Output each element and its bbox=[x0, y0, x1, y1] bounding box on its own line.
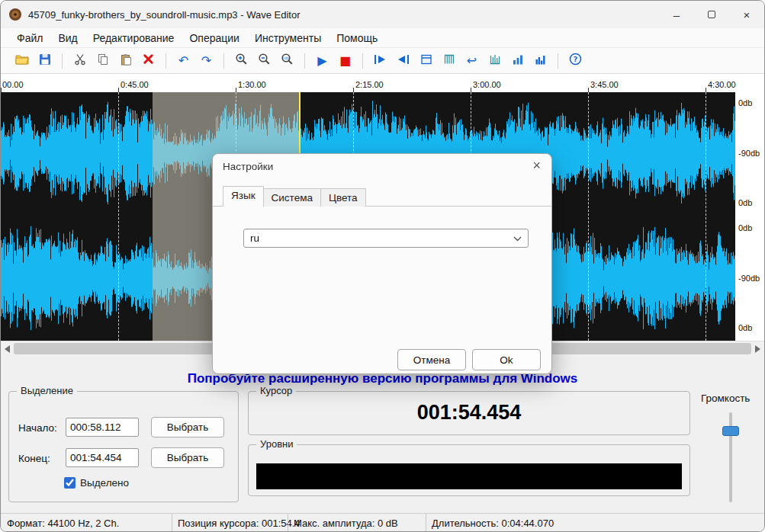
window-icon bbox=[420, 53, 432, 69]
play-button[interactable]: ▶ bbox=[312, 51, 333, 71]
choose-end-button[interactable]: Выбрать bbox=[151, 447, 224, 468]
selected-checkbox[interactable] bbox=[64, 477, 76, 489]
settings-dialog: Настройки × Язык Система Цвета ru Отмена… bbox=[212, 153, 552, 374]
copy-button[interactable] bbox=[92, 51, 113, 71]
help-icon: ? bbox=[569, 53, 582, 69]
toolbar-separator bbox=[62, 53, 63, 69]
undo-button[interactable]: ↶ bbox=[173, 51, 194, 71]
menu-operations[interactable]: Операции bbox=[182, 30, 246, 46]
menu-help[interactable]: Помощь bbox=[329, 30, 384, 46]
zoom-out-button[interactable] bbox=[254, 51, 275, 71]
skip-to-end-icon bbox=[397, 53, 410, 69]
save-button[interactable] bbox=[34, 51, 55, 71]
window-title: 45709_funky-brothers_by_soundroll-music.… bbox=[28, 9, 300, 21]
help-button[interactable]: ? bbox=[565, 51, 586, 71]
bar-chart-icon bbox=[512, 53, 524, 69]
status-separator bbox=[426, 514, 426, 532]
volume-slider[interactable] bbox=[721, 412, 741, 502]
copy-icon bbox=[97, 53, 109, 69]
spectrum-button[interactable] bbox=[439, 51, 459, 71]
statusbar: Формат: 44100 Hz, 2 Ch. Позиция курсора:… bbox=[1, 513, 764, 532]
menu-file[interactable]: Файл bbox=[10, 30, 50, 46]
language-select-value: ru bbox=[250, 232, 259, 244]
svg-text:?: ? bbox=[574, 55, 578, 63]
chevron-down-icon bbox=[513, 232, 522, 244]
ruler-label: 0:45.00 bbox=[121, 80, 149, 89]
to-selection-start-button[interactable] bbox=[370, 51, 391, 71]
cursor-position-value: 001:54.454 bbox=[249, 401, 689, 425]
cursor-group: Курсор 001:54.454 bbox=[248, 391, 690, 435]
dialog-close-button[interactable]: × bbox=[532, 158, 541, 174]
choose-start-button[interactable]: Выбрать bbox=[151, 417, 224, 437]
scissors-icon bbox=[74, 53, 86, 69]
status-max-amplitude: Макс. амплитуда: 0 dB bbox=[294, 518, 398, 529]
ok-button[interactable]: Ok bbox=[472, 349, 541, 370]
maximize-button[interactable] bbox=[694, 1, 729, 28]
delete-button[interactable] bbox=[138, 51, 159, 71]
tab-system[interactable]: Система bbox=[263, 188, 321, 207]
frequency-button[interactable] bbox=[484, 51, 505, 71]
floppy-icon bbox=[39, 53, 51, 69]
undo-icon: ↶ bbox=[178, 55, 188, 67]
stop-icon: ■ bbox=[339, 55, 351, 67]
scroll-left-button[interactable] bbox=[1, 341, 14, 356]
histogram-icon bbox=[535, 53, 547, 69]
menu-view[interactable]: Вид bbox=[51, 30, 84, 46]
folder-icon bbox=[15, 53, 29, 69]
selection-group-title: Выделение bbox=[17, 385, 77, 396]
status-format: Формат: 44100 Hz, 2 Ch. bbox=[7, 518, 119, 529]
status-separator bbox=[172, 514, 172, 532]
ruler-label: 1:30.00 bbox=[238, 80, 266, 89]
titlebar[interactable]: 45709_funky-brothers_by_soundroll-music.… bbox=[1, 1, 764, 28]
zoom-out-icon bbox=[258, 53, 271, 69]
spectrum-icon bbox=[443, 53, 455, 69]
menu-tools[interactable]: Инструменты bbox=[248, 30, 328, 46]
selected-checkbox-label[interactable]: Выделено bbox=[80, 477, 129, 489]
redo-icon: ↷ bbox=[201, 55, 211, 67]
language-select[interactable]: ru bbox=[243, 229, 529, 248]
tab-colors[interactable]: Цвета bbox=[320, 188, 366, 207]
toolbar-separator bbox=[223, 53, 224, 69]
close-button[interactable]: × bbox=[729, 1, 764, 28]
status-duration: Длительность: 0:04:44.070 bbox=[432, 518, 554, 529]
minimize-icon: – bbox=[673, 8, 680, 21]
levels-group: Уровни bbox=[248, 444, 690, 496]
db-scale: 0db -90db 0db 0db -90db 0db bbox=[735, 92, 764, 341]
paste-button[interactable] bbox=[115, 51, 136, 71]
statistics-button[interactable] bbox=[507, 51, 528, 71]
start-input[interactable] bbox=[66, 418, 139, 437]
stop-button[interactable]: ■ bbox=[335, 51, 355, 71]
history-undo-button[interactable]: ↩ bbox=[461, 51, 482, 71]
histogram-button[interactable] bbox=[530, 51, 551, 71]
app-icon bbox=[8, 8, 22, 21]
skip-to-start-icon bbox=[374, 53, 387, 69]
status-cursor-position: Позиция курсора: 001:54.4 bbox=[178, 518, 301, 529]
arrow-left-icon bbox=[5, 345, 10, 353]
end-input[interactable] bbox=[66, 448, 139, 467]
zoom-in-icon bbox=[235, 53, 248, 69]
to-selection-end-button[interactable] bbox=[393, 51, 413, 71]
cancel-button[interactable]: Отмена bbox=[397, 349, 466, 370]
minimize-button[interactable]: – bbox=[659, 1, 694, 28]
redo-button[interactable]: ↷ bbox=[196, 51, 217, 71]
tab-language[interactable]: Язык bbox=[223, 186, 264, 207]
history-undo-icon: ↩ bbox=[467, 55, 477, 67]
time-gridline bbox=[588, 92, 589, 341]
db-label: 0db bbox=[738, 224, 764, 232]
toolbar-separator bbox=[304, 53, 305, 69]
svg-text:100: 100 bbox=[283, 56, 290, 60]
ruler-label: 4:30.00 bbox=[708, 80, 736, 89]
menubar: Файл Вид Редактирование Операции Инструм… bbox=[1, 28, 764, 48]
level-meter bbox=[256, 463, 682, 489]
scroll-right-button[interactable] bbox=[751, 341, 764, 356]
open-button[interactable] bbox=[11, 51, 32, 71]
ruler-label: 00.00 bbox=[2, 80, 24, 89]
time-ruler[interactable]: 00.00 0:45.00 1:30.00 2:15.00 3:00.00 3:… bbox=[1, 74, 764, 92]
new-window-button[interactable] bbox=[416, 51, 436, 71]
cut-button[interactable] bbox=[69, 51, 90, 71]
volume-slider-thumb[interactable] bbox=[722, 426, 739, 436]
zoom-in-button[interactable] bbox=[231, 51, 252, 71]
dialog-tabs: Язык Система Цвета bbox=[223, 186, 366, 207]
zoom-100-button[interactable]: 100 bbox=[277, 51, 297, 71]
menu-edit[interactable]: Редактирование bbox=[86, 30, 182, 46]
